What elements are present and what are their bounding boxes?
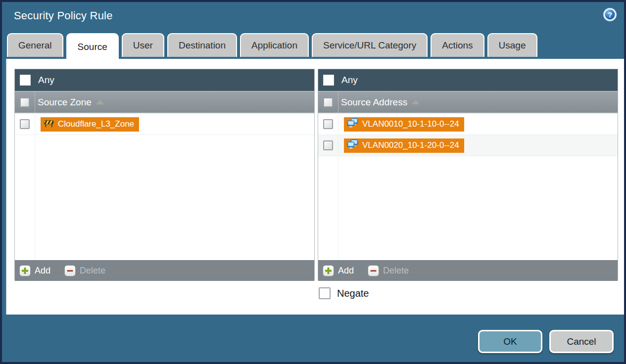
plus-icon xyxy=(323,265,334,276)
tab-user[interactable]: User xyxy=(122,33,164,57)
row-checkbox[interactable] xyxy=(20,119,30,129)
delete-button[interactable]: Delete xyxy=(368,265,409,276)
source-address-toolbar: Add Delete xyxy=(318,260,618,281)
table-row[interactable]: VLAN0020_10-1-20-0--24 xyxy=(318,135,618,156)
zone-chip[interactable]: Cloudflare_L3_Zone xyxy=(41,117,139,132)
source-zone-any-header: Any xyxy=(15,69,314,91)
tab-bar: General Source User Destination Applicat… xyxy=(7,33,537,59)
add-label: Add xyxy=(35,266,50,276)
source-zone-column-header[interactable]: Source Zone xyxy=(15,91,314,114)
source-zone-list: Cloudflare_L3_Zone xyxy=(15,114,314,260)
source-zone-any-label: Any xyxy=(38,75,54,86)
source-address-any-checkbox[interactable] xyxy=(323,75,334,86)
source-address-select-all-checkbox[interactable] xyxy=(323,97,333,107)
tab-usage[interactable]: Usage xyxy=(487,33,537,57)
tab-service-url-category[interactable]: Service/URL Category xyxy=(312,33,428,57)
tab-source[interactable]: Source xyxy=(66,33,119,60)
source-address-column-header[interactable]: Source Address xyxy=(318,91,618,114)
tab-general[interactable]: General xyxy=(7,33,63,57)
table-row[interactable]: Cloudflare_L3_Zone xyxy=(15,114,314,135)
ok-button[interactable]: OK xyxy=(478,330,542,353)
source-address-any-header: Any xyxy=(318,69,618,91)
source-zone-toolbar: Add Delete xyxy=(15,260,314,281)
help-icon[interactable]: ? xyxy=(603,7,617,22)
minus-icon xyxy=(64,265,76,276)
tab-application[interactable]: Application xyxy=(240,33,309,57)
source-address-any-label: Any xyxy=(341,75,358,86)
sort-asc-icon xyxy=(412,100,420,104)
negate-label: Negate xyxy=(337,288,369,299)
plus-icon xyxy=(19,265,31,276)
svg-text:?: ? xyxy=(608,10,612,19)
column-divider xyxy=(338,114,338,260)
delete-button[interactable]: Delete xyxy=(64,265,105,276)
column-divider xyxy=(35,114,35,260)
source-zone-column-label: Source Zone xyxy=(38,97,92,108)
delete-label: Delete xyxy=(80,266,105,276)
security-policy-rule-dialog: Security Policy Rule ? General Source Us… xyxy=(0,0,626,364)
zone-icon xyxy=(44,119,54,130)
dialog-title: Security Policy Rule xyxy=(14,9,113,22)
address-icon xyxy=(347,118,358,130)
add-label: Add xyxy=(338,266,354,276)
source-address-panel: Any Source Address xyxy=(318,69,618,280)
minus-icon xyxy=(368,265,379,276)
address-name: VLAN0020_10-1-20-0--24 xyxy=(362,140,459,150)
source-zone-select-all-checkbox[interactable] xyxy=(20,97,30,107)
tab-destination[interactable]: Destination xyxy=(167,33,237,57)
zone-name: Cloudflare_L3_Zone xyxy=(58,119,134,129)
source-address-list: VLAN0010_10-1-10-0--24 xyxy=(318,114,618,260)
address-icon xyxy=(347,139,358,151)
dialog-titlebar: Security Policy Rule ? xyxy=(2,2,624,32)
address-chip[interactable]: VLAN0020_10-1-20-0--24 xyxy=(344,138,464,153)
add-button[interactable]: Add xyxy=(323,265,354,276)
sort-asc-icon xyxy=(96,100,104,104)
tab-content-source: Any Source Zone xyxy=(6,59,624,315)
delete-label: Delete xyxy=(383,266,409,276)
address-chip[interactable]: VLAN0010_10-1-10-0--24 xyxy=(344,117,464,132)
negate-checkbox[interactable] xyxy=(319,287,331,299)
column-divider xyxy=(338,91,338,113)
address-name: VLAN0010_10-1-10-0--24 xyxy=(362,119,459,129)
add-button[interactable]: Add xyxy=(19,265,50,276)
cancel-button[interactable]: Cancel xyxy=(549,330,614,353)
source-zone-any-checkbox[interactable] xyxy=(20,75,31,86)
negate-option: Negate xyxy=(319,287,369,299)
row-checkbox[interactable] xyxy=(323,140,333,150)
table-row[interactable]: VLAN0010_10-1-10-0--24 xyxy=(318,114,618,135)
column-divider xyxy=(35,91,35,113)
source-zone-panel: Any Source Zone xyxy=(14,69,315,280)
source-address-column-label: Source Address xyxy=(341,97,407,108)
row-checkbox[interactable] xyxy=(323,119,333,129)
tab-actions[interactable]: Actions xyxy=(431,33,484,57)
